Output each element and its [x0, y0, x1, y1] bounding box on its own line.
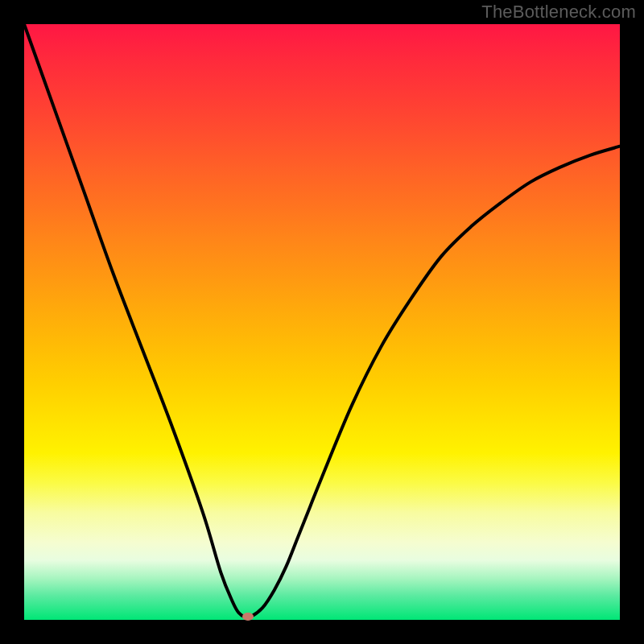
watermark-text: TheBottleneck.com: [481, 2, 636, 23]
minimum-point-marker: [242, 613, 254, 621]
curve-path: [24, 24, 620, 617]
chart-frame: TheBottleneck.com: [0, 0, 644, 644]
bottleneck-curve: [24, 24, 620, 620]
